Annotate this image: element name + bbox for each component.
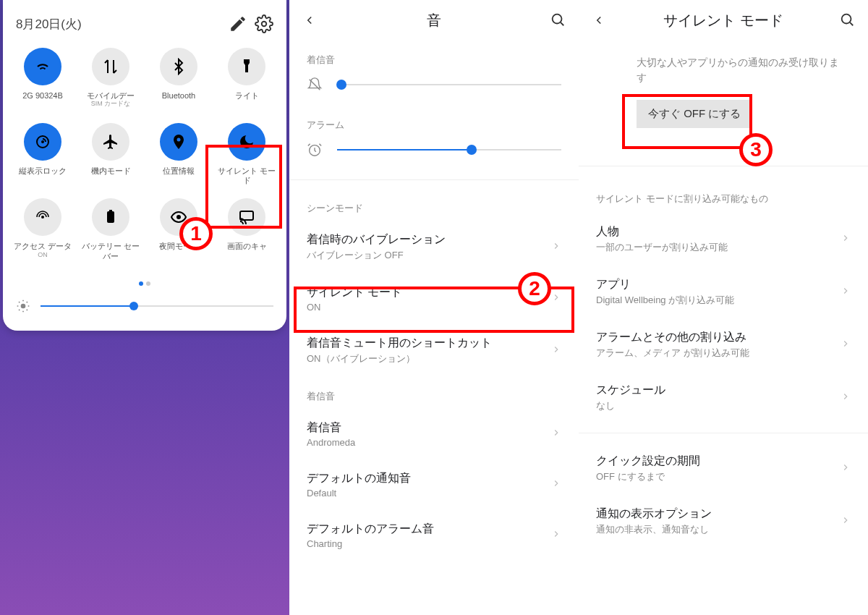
- row-title: アプリ: [596, 277, 841, 292]
- qs-tile-cast[interactable]: 画面のキャ: [213, 194, 281, 265]
- edit-icon[interactable]: [229, 14, 247, 33]
- silent-row-2[interactable]: アラームとその他の割り込み アラーム、メディア が割り込み可能: [579, 318, 868, 371]
- svg-line-14: [850, 22, 853, 25]
- chevron-right-icon: [841, 286, 851, 299]
- sound-row-1[interactable]: サイレント モード ON: [289, 273, 579, 324]
- turn-off-now-button[interactable]: 今すぐ OFF にする: [637, 100, 752, 128]
- airplane-icon: [92, 123, 129, 161]
- qs-date: 8月20日(火): [16, 16, 221, 33]
- rotate-icon: [24, 123, 61, 161]
- svg-point-2: [177, 138, 181, 142]
- moon-icon: [228, 123, 265, 161]
- qs-tile-rotate[interactable]: 縦表示ロック: [9, 119, 77, 190]
- silent-row-3[interactable]: スケジュール なし: [579, 371, 868, 424]
- hotspot-icon: [24, 198, 61, 236]
- row-title: 着信音: [307, 420, 551, 436]
- battery-icon: [92, 198, 129, 236]
- qs-tile-moon[interactable]: サイレント モード: [213, 119, 281, 190]
- chevron-right-icon: [841, 462, 851, 475]
- chevron-right-icon: [841, 233, 851, 246]
- svg-rect-4: [107, 211, 114, 223]
- row-title: デフォルトのアラーム音: [307, 522, 551, 537]
- ringtone-section-label: 着信音: [289, 41, 579, 72]
- row-sub: 通知の非表示、通知音なし: [596, 523, 841, 536]
- qs-tile-label: 位置情報: [163, 166, 195, 185]
- search-icon[interactable]: [839, 12, 856, 29]
- chevron-right-icon: [551, 529, 561, 542]
- qs-tile-label: バッテリー セーバー: [78, 242, 143, 260]
- svg-point-9: [553, 14, 562, 24]
- alarm-slider[interactable]: [289, 137, 579, 171]
- chevron-right-icon: [551, 292, 561, 305]
- svg-rect-5: [109, 210, 112, 211]
- page-title: 音: [318, 11, 550, 30]
- ringtone-row-1[interactable]: デフォルトの通知音 Default: [289, 459, 579, 510]
- silent2-row-0[interactable]: クイック設定の期間 OFF にするまで: [579, 442, 868, 495]
- ringtone-row-0[interactable]: 着信音 Andromeda: [289, 409, 579, 459]
- row-sub: バイブレーション OFF: [307, 249, 551, 262]
- qs-tile-label: 画面のキャ: [227, 242, 267, 260]
- qs-tile-label: サイレント モード: [214, 166, 279, 185]
- svg-point-8: [21, 303, 26, 308]
- ringtone-slider[interactable]: [289, 72, 579, 106]
- silent2-row-1[interactable]: 通知の表示オプション 通知の非表示、通知音なし: [579, 495, 868, 548]
- qs-tile-label: 夜間モード: [159, 242, 199, 260]
- qs-tile-eye[interactable]: 夜間モード: [145, 194, 213, 265]
- quick-settings-card: 8月20日(火) 2G 90324B モバイルデーSIM カードな Blueto…: [3, 0, 286, 331]
- row-sub: Default: [307, 488, 551, 499]
- row-title: デフォルトの通知音: [307, 471, 551, 486]
- row-title: サイレント モード: [307, 285, 551, 300]
- svg-line-10: [561, 22, 563, 25]
- qs-tile-wifi[interactable]: 2G 90324B: [9, 43, 77, 114]
- qs-tile-label: 機内モード: [91, 166, 131, 185]
- qs-tile-battery[interactable]: バッテリー セーバー: [77, 194, 145, 265]
- qs-tile-label: 縦表示ロック: [19, 166, 67, 185]
- sound-row-0[interactable]: 着信時のバイブレーション バイブレーション OFF: [289, 221, 579, 273]
- chevron-right-icon: [551, 344, 561, 357]
- row-sub: なし: [596, 399, 841, 412]
- qs-tile-swap[interactable]: モバイルデーSIM カードな: [77, 43, 145, 114]
- row-title: アラームとその他の割り込み: [596, 330, 841, 345]
- row-sub: アラーム、メディア が割り込み可能: [596, 347, 841, 360]
- ringtone-row-2[interactable]: デフォルトのアラーム音 Charting: [289, 510, 579, 561]
- sound-row-2[interactable]: 着信音ミュート用のショートカット ON（バイブレーション）: [289, 324, 579, 377]
- row-sub: ON: [307, 302, 551, 313]
- row-sub: Andromeda: [307, 437, 551, 448]
- qs-tile-label: モバイルデーSIM カードな: [87, 91, 135, 110]
- svg-point-3: [41, 216, 44, 219]
- qs-tile-flashlight[interactable]: ライト: [213, 43, 281, 114]
- qs-tile-location[interactable]: 位置情報: [145, 119, 213, 190]
- eye-icon: [160, 198, 197, 236]
- sound-settings-panel: 音 着信音 アラーム シーンモード 着信時のバイブレーション バイブレーション …: [289, 0, 579, 615]
- row-sub: Digital Wellbeing が割り込み可能: [596, 294, 841, 307]
- brightness-slider[interactable]: [3, 289, 286, 318]
- back-button[interactable]: [301, 12, 318, 29]
- silent-mode-panel: サイレント モード 大切な人やアプリからの通知のみ受け取ります 今すぐ OFF …: [579, 0, 868, 615]
- qs-tile-bluetooth[interactable]: Bluetooth: [145, 43, 213, 114]
- wifi-icon: [24, 48, 61, 85]
- row-title: 着信音ミュート用のショートカット: [307, 336, 551, 351]
- flashlight-icon: [228, 48, 265, 85]
- scene-mode-label: シーンモード: [289, 189, 579, 221]
- chevron-right-icon: [551, 478, 561, 491]
- qs-tile-label: アクセス データON: [14, 242, 72, 260]
- silent-row-1[interactable]: アプリ Digital Wellbeing が割り込み可能: [579, 266, 868, 318]
- qs-tile-label: ライト: [235, 91, 259, 110]
- chevron-right-icon: [551, 428, 561, 441]
- gear-icon[interactable]: [255, 14, 273, 33]
- row-sub: OFF にするまで: [596, 470, 841, 483]
- location-icon: [160, 123, 197, 161]
- back-button[interactable]: [590, 12, 608, 29]
- svg-point-6: [176, 215, 181, 219]
- alarm-section-label: アラーム: [289, 106, 579, 137]
- page-indicator: [3, 276, 286, 289]
- row-title: クイック設定の期間: [596, 454, 841, 469]
- qs-tile-airplane[interactable]: 機内モード: [77, 119, 145, 190]
- chevron-right-icon: [841, 391, 851, 404]
- row-title: スケジュール: [596, 383, 841, 398]
- ringtone-section2-label: 着信音: [289, 377, 579, 409]
- qs-tile-hotspot[interactable]: アクセス データON: [9, 194, 77, 265]
- row-sub: Charting: [307, 538, 551, 549]
- search-icon[interactable]: [550, 12, 567, 29]
- silent-row-0[interactable]: 人物 一部のユーザーが割り込み可能: [579, 213, 868, 266]
